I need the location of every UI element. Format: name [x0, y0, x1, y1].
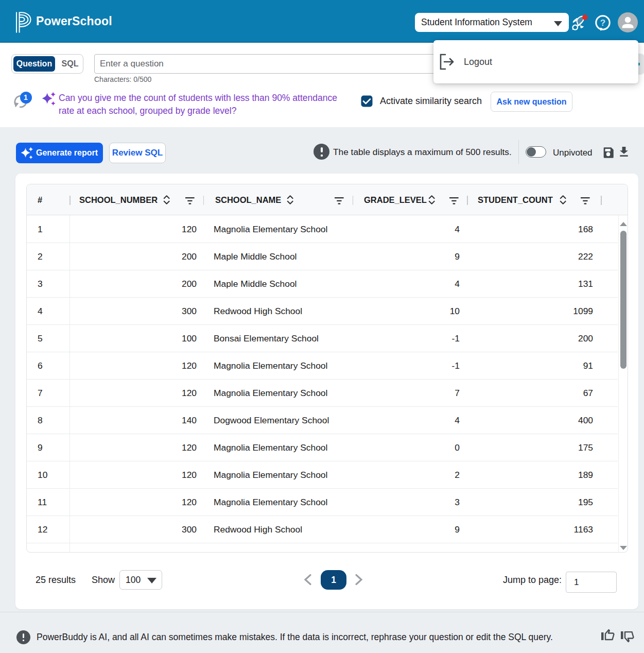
- svg-text:?: ?: [600, 18, 605, 28]
